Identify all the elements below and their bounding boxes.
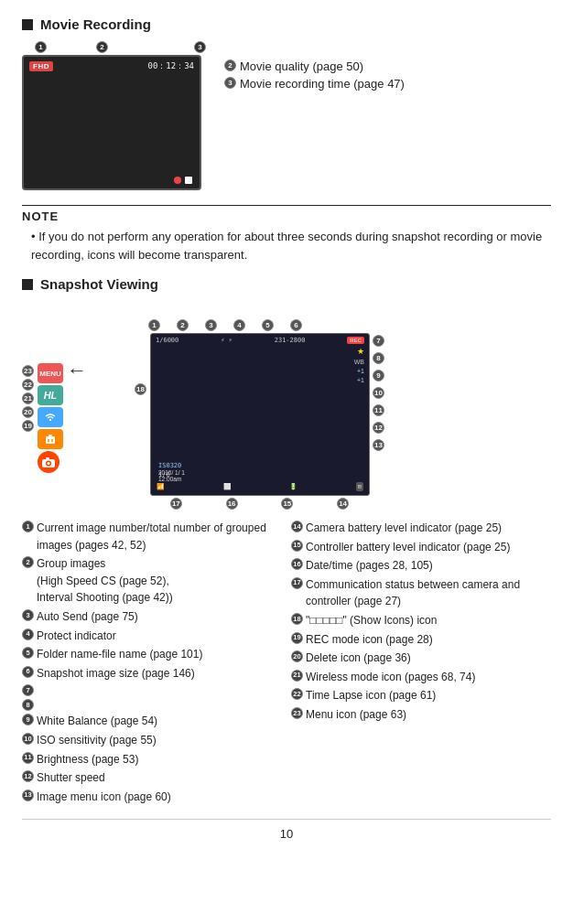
desc-num-11: 11	[22, 752, 34, 764]
snap-left-icons: MENU HL	[38, 363, 63, 473]
desc-text-13: Image menu icon (page 60)	[37, 789, 171, 806]
snap-top-num-1: 1	[148, 319, 160, 331]
snapshot-viewing-heading: Snapshot Viewing	[22, 276, 551, 292]
snap-icon-hl: HL	[38, 385, 63, 405]
snap-date: 2016/ 1/ 1 12:00am	[158, 469, 185, 482]
movie-num-1: 1	[35, 41, 47, 53]
desc-num-10: 10	[22, 733, 34, 745]
snap-num-18: 18	[135, 383, 146, 395]
snap-screen-outer: 1 2 3 4 5 6 18 1/6000 ⚡	[135, 319, 386, 510]
desc-item-16: 16 Date/time (pages 28, 105)	[291, 556, 551, 575]
snap-star-icon: ★	[357, 347, 364, 356]
snap-left-num-19: 19	[22, 420, 34, 432]
svg-rect-0	[46, 436, 55, 444]
desc-text-19: REC mode icon (page 28)	[306, 631, 433, 649]
note-title: NOTE	[22, 210, 551, 223]
movie-label-text-2: Movie quality (page 50)	[240, 59, 363, 73]
desc-text-20: Delete icon (page 36)	[306, 650, 411, 667]
desc-text-5: Folder name-file name (page 101)	[37, 646, 202, 663]
rec-dot-icon	[174, 177, 181, 184]
snap-right-num-13: 13	[373, 439, 384, 451]
snapshot-section-square-icon	[22, 279, 33, 290]
snapshot-diagram: 23 22 21 20 19 MENU HL	[22, 301, 551, 510]
desc-item-21: 21 Wireless mode icon (pages 68, 74)	[291, 668, 551, 687]
desc-item-12: 12 Shutter speed	[22, 768, 282, 788]
desc-item-8: 8	[22, 697, 282, 712]
snap-screen: 1/6000 ⚡ ⚡ 231-2800 REC ★ WB +1 +1 IS032…	[150, 333, 370, 496]
desc-item-7: 7	[22, 682, 282, 697]
desc-item-9: 9 White Balance (page 54)	[22, 712, 282, 731]
desc-text-14: Camera battery level indicator (page 25)	[306, 520, 502, 537]
desc-num-13: 13	[22, 790, 34, 801]
snap-top-num-2: 2	[177, 319, 189, 331]
snapshot-viewing-title: Snapshot Viewing	[40, 276, 158, 292]
desc-num-20: 20	[291, 650, 303, 662]
movie-recording-heading: Movie Recording	[22, 16, 551, 32]
desc-num-9: 9	[22, 714, 34, 725]
snap-right-num-9: 9	[373, 370, 384, 381]
snap-left-num-20: 20	[22, 406, 34, 418]
snap-bot-num-15: 15	[281, 498, 293, 510]
snap-dot-icon: ⬜	[223, 483, 232, 490]
snap-icon-wifi	[38, 407, 63, 427]
snap-icon-indicators: ⚡ ⚡	[221, 337, 232, 344]
snap-top-row: 1/6000 ⚡ ⚡ 231-2800 REC	[151, 334, 369, 347]
section-square-icon	[22, 19, 33, 30]
desc-item-6: 6 Snapshot image size (page 146)	[22, 664, 282, 683]
snap-icon-menu: MENU	[38, 363, 63, 383]
camera-bottom	[174, 177, 192, 184]
snap-right-num-11: 11	[373, 404, 384, 416]
page-number: 10	[22, 819, 551, 841]
desc-num-5: 5	[22, 647, 34, 659]
desc-num-14: 14	[291, 521, 303, 532]
snap-view-icon: ⊞	[356, 482, 363, 491]
desc-num-17: 17	[291, 577, 303, 589]
desc-item-22: 22 Time Lapse icon (page 61)	[291, 686, 551, 705]
movie-recording-block: 1 2 3 FHD 00：12：34 2 Movie quality (page…	[22, 41, 551, 190]
svg-rect-7	[46, 457, 49, 459]
desc-num-18: 18	[291, 613, 303, 625]
camera-top-bar: FHD 00：12：34	[24, 57, 200, 74]
desc-item-14: 14 Camera battery level indicator (page …	[291, 519, 551, 538]
snap-icon-cam	[38, 451, 59, 473]
desc-item-19: 19 REC mode icon (page 28)	[291, 630, 551, 650]
snap-top-num-3: 3	[205, 319, 217, 331]
desc-num-7: 7	[22, 684, 34, 696]
snap-plus1b-icon: +1	[357, 377, 364, 383]
desc-text-1: Current image number/total number of gro…	[37, 520, 282, 553]
desc-text-2: Group images(High Speed CS (page 52),Int…	[37, 555, 173, 607]
desc-text-6: Snapshot image size (page 146)	[37, 665, 195, 682]
snap-left-num-21: 21	[22, 392, 34, 404]
note-box: NOTE If you do not perform any operation…	[22, 205, 551, 263]
snap-right-num-7: 7	[373, 335, 384, 347]
rec-square-icon	[185, 177, 192, 184]
movie-label-num-2: 2	[224, 59, 236, 71]
desc-text-10: ISO sensitivity (page 55)	[37, 732, 157, 749]
movie-labels: 2 Movie quality (page 50) 3 Movie record…	[224, 41, 405, 91]
desc-text-21: Wireless mode icon (pages 68, 74)	[306, 669, 475, 686]
snap-top-num-6: 6	[290, 319, 302, 331]
snapshot-viewing-block: Snapshot Viewing 23 22 21 20 19 MENU HL	[22, 276, 551, 806]
desc-item-10: 10 ISO sensitivity (page 55)	[22, 731, 282, 750]
snap-shutter-speed-top: 1/6000	[156, 337, 178, 344]
desc-text-15: Controller battery level indicator (page…	[306, 539, 510, 556]
desc-text-12: Shutter speed	[37, 769, 105, 787]
desc-num-3: 3	[22, 609, 34, 621]
snap-comm-icon: 📶	[157, 483, 165, 490]
snap-bot-num-16: 16	[226, 498, 238, 510]
svg-rect-1	[49, 435, 52, 436]
snap-right-num-12: 12	[373, 422, 384, 434]
desc-item-20: 20 Delete icon (page 36)	[291, 649, 551, 668]
snap-top-num-4: 4	[233, 319, 245, 331]
svg-point-6	[48, 462, 50, 465]
desc-text-22: Time Lapse icon (page 61)	[306, 687, 436, 704]
desc-num-22: 22	[291, 688, 303, 700]
snap-plus1-icon: +1	[357, 368, 364, 374]
snap-right-col: ★ WB +1 +1	[354, 347, 364, 383]
desc-text-11: Brightness (page 53)	[37, 751, 138, 768]
snap-date-text: 2016/ 1/ 1	[158, 469, 185, 476]
snap-bot-num-14: 14	[337, 498, 349, 510]
snap-rec-badge: REC	[347, 337, 364, 344]
desc-col-left: 1 Current image number/total number of g…	[22, 519, 282, 806]
snap-left-num-23: 23	[22, 365, 34, 377]
